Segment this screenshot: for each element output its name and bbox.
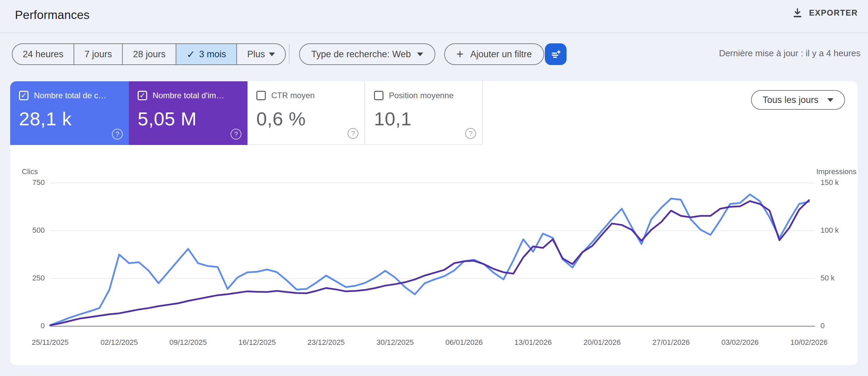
filter-sparkle-icon bbox=[549, 47, 563, 61]
x-axis-tick: 23/12/2025 bbox=[299, 338, 353, 347]
checked-checkbox-icon[interactable]: ✓ bbox=[138, 91, 147, 100]
x-axis-tick: 30/12/2025 bbox=[368, 338, 422, 347]
date-range-28-jours[interactable]: 28 jours bbox=[123, 44, 176, 64]
x-axis-tick: 03/02/2026 bbox=[713, 338, 767, 347]
left-axis-tick: 750 bbox=[14, 178, 45, 187]
x-axis-tick: 10/02/2026 bbox=[782, 338, 836, 347]
smart-filter-button[interactable] bbox=[545, 43, 567, 65]
page-title: Performances bbox=[15, 8, 90, 22]
metric-tile-3[interactable]: Position moyenne10,1? bbox=[365, 81, 483, 145]
metric-tile-0[interactable]: ✓Nombre total de c…28,1 k? bbox=[10, 81, 129, 145]
metric-value: 28,1 k bbox=[19, 108, 120, 130]
right-axis-tick: 150 k bbox=[821, 178, 839, 187]
help-icon[interactable]: ? bbox=[231, 129, 241, 140]
export-button[interactable]: EXPORTER bbox=[792, 4, 858, 22]
performance-card: ✓Nombre total de c…28,1 k?✓Nombre total … bbox=[10, 81, 858, 365]
left-axis-tick: 250 bbox=[14, 274, 45, 283]
download-icon bbox=[792, 7, 803, 18]
metric-label: Nombre total de c… bbox=[34, 91, 106, 100]
x-axis-tick: 13/01/2026 bbox=[506, 338, 560, 347]
metric-tile-2[interactable]: CTR moyen0,6 %? bbox=[248, 81, 365, 145]
metric-value: 10,1 bbox=[374, 108, 473, 130]
metric-label: CTR moyen bbox=[271, 91, 315, 100]
help-icon[interactable]: ? bbox=[348, 128, 358, 139]
export-label: EXPORTER bbox=[809, 8, 858, 18]
metric-label: Position moyenne bbox=[389, 91, 454, 100]
x-axis-tick: 27/01/2026 bbox=[644, 338, 698, 347]
date-range-label: Plus bbox=[247, 49, 265, 60]
add-filter-button[interactable]: + Ajouter un filtre bbox=[444, 43, 544, 65]
x-axis-tick: 16/12/2025 bbox=[230, 338, 284, 347]
left-axis-tick: 500 bbox=[14, 226, 45, 235]
chevron-down-icon bbox=[827, 98, 833, 102]
date-range-selector: 24 heures7 jours28 jours✓3 moisPlus bbox=[12, 43, 286, 65]
x-axis-tick: 06/01/2026 bbox=[437, 338, 491, 347]
metric-tiles: ✓Nombre total de c…28,1 k?✓Nombre total … bbox=[10, 81, 483, 145]
x-axis-tick: 02/12/2025 bbox=[92, 338, 146, 347]
right-axis-tick: 50 k bbox=[821, 274, 835, 283]
date-range-7-jours[interactable]: 7 jours bbox=[74, 44, 123, 64]
add-filter-label: Ajouter un filtre bbox=[470, 49, 532, 60]
filter-toolbar: 24 heures7 jours28 jours✓3 moisPlus Type… bbox=[0, 33, 868, 70]
chevron-down-icon bbox=[269, 53, 275, 56]
date-range-3-mois[interactable]: ✓3 mois bbox=[176, 44, 237, 64]
x-axis-tick: 25/11/2025 bbox=[23, 338, 77, 347]
search-type-label: Type de recherche: Web bbox=[311, 49, 411, 60]
granularity-dropdown[interactable]: Tous les jours bbox=[751, 90, 845, 110]
date-range-24-heures[interactable]: 24 heures bbox=[13, 44, 74, 64]
date-range-label: 28 jours bbox=[133, 49, 165, 60]
x-axis-tick: 09/12/2025 bbox=[161, 338, 215, 347]
right-axis-tick: 100 k bbox=[821, 226, 839, 235]
metric-value: 5,05 M bbox=[138, 108, 239, 130]
unchecked-checkbox-icon[interactable] bbox=[374, 91, 383, 100]
page-header: Performances EXPORTER bbox=[0, 0, 868, 33]
help-icon[interactable]: ? bbox=[465, 128, 476, 139]
metric-value: 0,6 % bbox=[256, 108, 356, 130]
date-range-plus[interactable]: Plus bbox=[237, 44, 285, 64]
left-axis-tick: 0 bbox=[14, 321, 45, 330]
metric-tile-1[interactable]: ✓Nombre total d'im…5,05 M? bbox=[129, 81, 248, 145]
right-axis-tick: 0 bbox=[821, 321, 825, 330]
metric-label: Nombre total d'im… bbox=[153, 91, 224, 100]
granularity-label: Tous les jours bbox=[763, 95, 818, 105]
date-range-label: 3 mois bbox=[199, 49, 226, 60]
checked-checkbox-icon[interactable]: ✓ bbox=[19, 91, 28, 100]
x-axis-tick: 20/01/2026 bbox=[575, 338, 629, 347]
plus-icon: + bbox=[456, 48, 463, 60]
check-icon: ✓ bbox=[186, 48, 195, 60]
date-range-label: 7 jours bbox=[84, 49, 112, 60]
unchecked-checkbox-icon[interactable] bbox=[256, 91, 266, 100]
date-range-label: 24 heures bbox=[23, 49, 63, 60]
search-type-dropdown[interactable]: Type de recherche: Web bbox=[299, 43, 435, 65]
left-axis-title: Clics bbox=[22, 167, 38, 176]
toolbar-divider bbox=[289, 44, 290, 64]
help-icon[interactable]: ? bbox=[112, 129, 123, 140]
right-axis-title: Impressions bbox=[816, 167, 856, 176]
chevron-down-icon bbox=[417, 53, 423, 56]
last-update-text: Dernière mise à jour : il y a 4 heures bbox=[719, 48, 861, 59]
